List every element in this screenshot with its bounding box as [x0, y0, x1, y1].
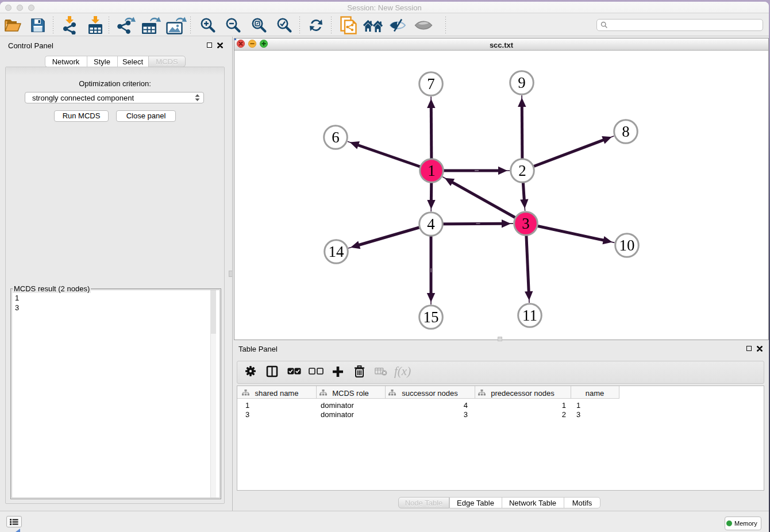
svg-text:14: 14: [329, 243, 345, 260]
svg-text:11: 11: [522, 307, 537, 324]
svg-text:4: 4: [427, 215, 435, 233]
svg-text:8: 8: [622, 123, 630, 140]
svg-text:1: 1: [428, 162, 436, 179]
svg-text:9: 9: [518, 74, 526, 91]
svg-text:2: 2: [518, 162, 526, 179]
svg-text:7: 7: [427, 75, 435, 92]
svg-text:6: 6: [332, 129, 340, 146]
svg-text:3: 3: [522, 215, 530, 232]
svg-text:15: 15: [424, 309, 439, 326]
svg-text:10: 10: [619, 237, 635, 254]
